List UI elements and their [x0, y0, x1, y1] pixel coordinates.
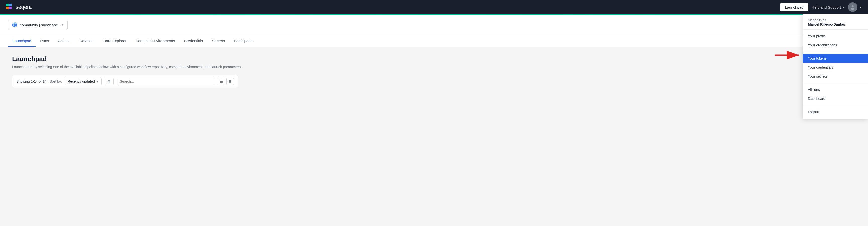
signed-in-as-label: Signed in as	[808, 18, 863, 22]
showing-count: Showing 1-14 of 14	[16, 79, 47, 83]
main-content: community | showcase ▼ Launchpad Runs Ac…	[0, 15, 868, 226]
tab-actions[interactable]: Actions	[54, 35, 75, 47]
workspace-caret-icon: ▼	[61, 24, 64, 26]
tab-datasets[interactable]: Datasets	[75, 35, 99, 47]
launchpad-section: Launchpad Launch a run by selecting one …	[0, 47, 301, 96]
dropdown-header: Signed in as Marcel Ribeiro-Dantas	[803, 14, 868, 30]
seqera-logo: seqera	[6, 3, 32, 10]
list-view-icon: ☰	[220, 79, 223, 83]
svg-point-4	[852, 5, 854, 7]
dropdown-tokens-section: Your tokens Your credentials Your secret…	[803, 52, 868, 83]
dropdown-your-secrets[interactable]: Your secrets	[803, 72, 868, 81]
sort-caret-icon: ▼	[96, 80, 99, 83]
workspace-globe-icon	[12, 22, 17, 28]
search-input[interactable]	[117, 78, 215, 85]
workspace-selector[interactable]: community | showcase ▼	[8, 20, 68, 30]
launchpad-button[interactable]: Launchpad	[780, 3, 808, 11]
svg-rect-3	[9, 6, 11, 9]
dropdown-your-credentials[interactable]: Your credentials	[803, 63, 868, 72]
workspace-bar: community | showcase ▼	[0, 15, 868, 35]
brand-name: seqera	[16, 4, 32, 10]
svg-rect-1	[9, 3, 11, 6]
page-title: Launchpad	[12, 55, 289, 63]
filter-icon: ⚙	[107, 79, 111, 83]
dropdown-runs-section: All runs Dashboard	[803, 83, 868, 106]
dropdown-all-runs[interactable]: All runs	[803, 85, 868, 94]
avatar-menu-button[interactable]: ▼	[848, 2, 862, 12]
user-display-name: Marcel Ribeiro-Dantas	[808, 22, 863, 26]
svg-point-5	[851, 8, 855, 10]
svg-rect-0	[6, 3, 8, 6]
sort-option-value: Recently updated	[68, 79, 95, 83]
avatar	[848, 2, 858, 12]
grid-view-button[interactable]: ⊞	[226, 78, 234, 85]
view-icons: ☰ ⊞	[217, 78, 234, 85]
brand: seqera	[6, 3, 780, 10]
dropdown-your-tokens[interactable]: Your tokens	[803, 54, 868, 63]
user-dropdown-menu: Signed in as Marcel Ribeiro-Dantas Your …	[803, 14, 868, 118]
grid-view-icon: ⊞	[228, 79, 231, 83]
sort-by-label: Sort by:	[50, 79, 62, 83]
sort-select[interactable]: Recently updated ▼	[65, 78, 102, 85]
tab-compute-environments[interactable]: Compute Environments	[131, 35, 179, 47]
help-support-button[interactable]: Help and Support ▼	[811, 5, 845, 9]
dropdown-profile-section: Your profile Your organizations	[803, 30, 868, 52]
dropdown-your-profile[interactable]: Your profile	[803, 32, 868, 41]
tab-runs[interactable]: Runs	[36, 35, 54, 47]
page-description: Launch a run by selecting one of the ava…	[12, 65, 289, 69]
red-arrow-indicator	[772, 49, 802, 63]
user-avatar-icon	[850, 4, 856, 10]
dropdown-logout-section: Logout	[803, 106, 868, 118]
workspace-name: community | showcase	[20, 23, 58, 27]
filter-bar: Showing 1-14 of 14 Sort by: Recently upd…	[12, 75, 238, 88]
dropdown-your-organizations[interactable]: Your organizations	[803, 41, 868, 50]
tab-credentials[interactable]: Credentials	[179, 35, 208, 47]
svg-rect-2	[6, 6, 8, 9]
tab-launchpad[interactable]: Launchpad	[8, 35, 36, 47]
list-view-button[interactable]: ☰	[217, 78, 225, 85]
tab-secrets[interactable]: Secrets	[208, 35, 229, 47]
navbar-actions: Launchpad Help and Support ▼ ▼	[780, 2, 862, 12]
help-caret-icon: ▼	[842, 6, 845, 8]
dropdown-logout[interactable]: Logout	[803, 108, 868, 116]
tab-data-explorer[interactable]: Data Explorer	[99, 35, 131, 47]
nav-tabs: Launchpad Runs Actions Datasets Data Exp…	[0, 35, 868, 47]
avatar-caret-icon: ▼	[860, 6, 862, 8]
red-arrow-svg	[772, 49, 802, 62]
dropdown-dashboard[interactable]: Dashboard	[803, 94, 868, 103]
navbar: seqera Launchpad Help and Support ▼ ▼	[0, 0, 868, 14]
filter-button[interactable]: ⚙	[105, 78, 114, 85]
tab-participants[interactable]: Participants	[229, 35, 258, 47]
logo-icon	[6, 3, 14, 10]
